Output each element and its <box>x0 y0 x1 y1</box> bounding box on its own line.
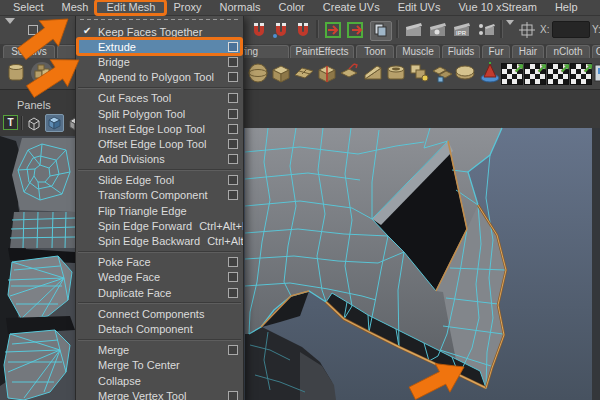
menu-selector-triangle-icon[interactable] <box>5 24 15 42</box>
menu-item-poke-face[interactable]: Poke Face <box>76 255 243 270</box>
menu-color[interactable]: Color <box>269 0 313 15</box>
marking-square-icon[interactable] <box>28 25 38 35</box>
menu-item-wedge-face[interactable]: Wedge Face <box>76 270 243 285</box>
poly-plane-icon[interactable] <box>292 61 316 85</box>
x-coordinate-field[interactable] <box>552 21 590 38</box>
menu-item-offset-edge-loop-tool[interactable]: Offset Edge Loop Tool <box>76 136 243 151</box>
shelf-tab-hair[interactable]: Hair <box>512 45 544 58</box>
option-box[interactable] <box>228 391 238 400</box>
smooth-shade-cube-icon[interactable] <box>45 114 64 132</box>
poly-wedge-icon[interactable] <box>361 61 385 85</box>
menu-help[interactable]: Help <box>546 0 587 15</box>
render-settings-icon[interactable] <box>476 21 496 39</box>
option-box[interactable] <box>228 72 238 82</box>
render-view-icon[interactable] <box>404 21 424 39</box>
menu-item-merge[interactable]: Merge <box>76 343 243 358</box>
poly-split-icon[interactable] <box>315 61 339 85</box>
option-box[interactable] <box>228 175 238 185</box>
menu-item-keep-faces-together[interactable]: ✔ Keep Faces Together <box>76 24 243 39</box>
option-box[interactable] <box>228 345 238 355</box>
y-coordinate-label: Y: <box>592 24 600 35</box>
menu-item-flip-triangle-edge[interactable]: Flip Triangle Edge <box>76 203 243 218</box>
checker-flag-3-icon[interactable]: ➚ <box>547 63 569 85</box>
text-tool-icon[interactable]: T <box>3 115 18 130</box>
option-box[interactable] <box>228 139 238 149</box>
menu-item-spin-edge-backward[interactable]: Spin Edge Backward Ctrl+Alt+Left <box>76 233 243 248</box>
option-box[interactable] <box>228 154 238 164</box>
menu-item-connect-components[interactable]: Connect Components <box>76 306 243 321</box>
inputs-to-selected-icon[interactable] <box>324 21 342 39</box>
shelf-tab-toon[interactable]: Toon <box>356 45 394 58</box>
option-box[interactable] <box>228 93 238 103</box>
menu-item-merge-to-center[interactable]: Merge To Center <box>76 358 243 373</box>
poly-barrel-icon[interactable] <box>4 61 28 85</box>
menu-item-insert-edge-loop-tool[interactable]: Insert Edge Loop Tool <box>76 121 243 136</box>
menu-item-append-to-polygon-tool[interactable]: Append to Polygon Tool <box>76 70 243 85</box>
paint-cone-icon[interactable] <box>478 61 502 85</box>
snap-to-point-magnet-icon[interactable] <box>294 21 312 39</box>
application-window: Select Mesh Edit Mesh Proxy Normals Colo… <box>0 0 600 400</box>
menu-edit-mesh[interactable]: Edit Mesh <box>97 0 164 15</box>
option-box[interactable] <box>228 257 238 267</box>
poly-quads-icon[interactable] <box>430 61 454 85</box>
shelf-tab-fur[interactable]: Fur <box>482 45 510 58</box>
render-current-frame-icon[interactable] <box>428 21 448 39</box>
shelf-tab-ncloth[interactable]: nCloth <box>546 45 590 58</box>
menu-normals[interactable]: Normals <box>211 0 270 15</box>
shelf-tab-custom[interactable]: Custom <box>592 45 600 58</box>
menu-item-spin-edge-forward[interactable]: Spin Edge Forward Ctrl+Alt+Right <box>76 218 243 233</box>
option-box[interactable] <box>228 109 238 119</box>
menu-select[interactable]: Select <box>4 0 53 15</box>
menu-item-bridge[interactable]: Bridge <box>76 54 243 69</box>
menu-item-duplicate-face[interactable]: Duplicate Face <box>76 285 243 300</box>
hotkey-label: Ctrl+Alt+Right <box>199 220 244 232</box>
menu-item-add-divisions[interactable]: Add Divisions <box>76 152 243 167</box>
viewport-panel-bar: Panels T <box>0 95 75 135</box>
menu-vue-xstream[interactable]: Vue 10 xStream <box>449 0 545 15</box>
outputs-from-selected-icon[interactable] <box>346 21 364 39</box>
poly-extrude-icon[interactable] <box>338 61 362 85</box>
poly-sphere-icon[interactable] <box>246 61 270 85</box>
shelf-tab-fluids[interactable]: Fluids <box>442 45 480 58</box>
checker-flag-2-icon[interactable]: ➚ <box>524 63 546 85</box>
menu-edit-uvs[interactable]: Edit UVs <box>389 0 450 15</box>
menu-item-merge-vertex-tool[interactable]: Merge Vertex Tool <box>76 388 243 400</box>
menu-proxy[interactable]: Proxy <box>164 0 210 15</box>
option-box[interactable] <box>228 272 238 282</box>
menu-item-cut-faces-tool[interactable]: Cut Faces Tool <box>76 91 243 106</box>
menu-item-slide-edge-tool[interactable]: Slide Edge Tool <box>76 173 243 188</box>
snap-to-grid-magnet-icon[interactable] <box>250 21 268 39</box>
checker-flag-4-icon[interactable]: ➚ <box>570 63 592 85</box>
snap-to-curve-magnet-icon[interactable] <box>272 21 290 39</box>
poly-disc-icon[interactable] <box>453 61 477 85</box>
panels-menu[interactable]: Panels <box>17 99 51 111</box>
option-box[interactable] <box>228 57 238 67</box>
poly-stack-icon[interactable] <box>407 61 431 85</box>
shelf-tab-painteffects[interactable]: PaintEffects <box>290 45 354 58</box>
menu-item-transform-component[interactable]: Transform Component <box>76 188 243 203</box>
texture-swatch-icon[interactable] <box>593 61 600 85</box>
option-box[interactable] <box>228 42 238 52</box>
menu-item-split-polygon-tool[interactable]: Split Polygon Tool <box>76 106 243 121</box>
menu-item-extrude[interactable]: Extrude <box>76 39 243 54</box>
poly-pipe-icon[interactable] <box>384 61 408 85</box>
construction-history-icon[interactable] <box>370 21 392 41</box>
selection-chevron-icon[interactable] <box>506 25 514 43</box>
coordinate-crosshair-icon[interactable] <box>518 21 536 39</box>
menu-item-collapse[interactable]: Collapse <box>76 373 243 388</box>
poly-cube-icon[interactable] <box>269 61 293 85</box>
checker-flag-1-icon[interactable]: ➚ <box>501 63 523 85</box>
option-box[interactable] <box>228 288 238 298</box>
option-box[interactable] <box>228 124 238 134</box>
menu-mesh[interactable]: Mesh <box>53 0 98 15</box>
shelf-tab-subdivs[interactable]: Subdivs <box>3 45 55 58</box>
ipr-render-icon[interactable]: IPR <box>452 21 472 39</box>
option-box[interactable] <box>228 190 238 200</box>
menu-tearoff-handle[interactable] <box>76 15 243 24</box>
wireframe-cube-icon[interactable] <box>26 115 42 131</box>
menu-create-uvs[interactable]: Create UVs <box>314 0 389 15</box>
menu-item-detach-component[interactable]: Detach Component <box>76 321 243 336</box>
checkmark-icon: ✔ <box>83 25 91 36</box>
shelf-tab-muscle[interactable]: Muscle <box>396 45 440 58</box>
poly-box-stack-icon[interactable] <box>30 61 54 85</box>
